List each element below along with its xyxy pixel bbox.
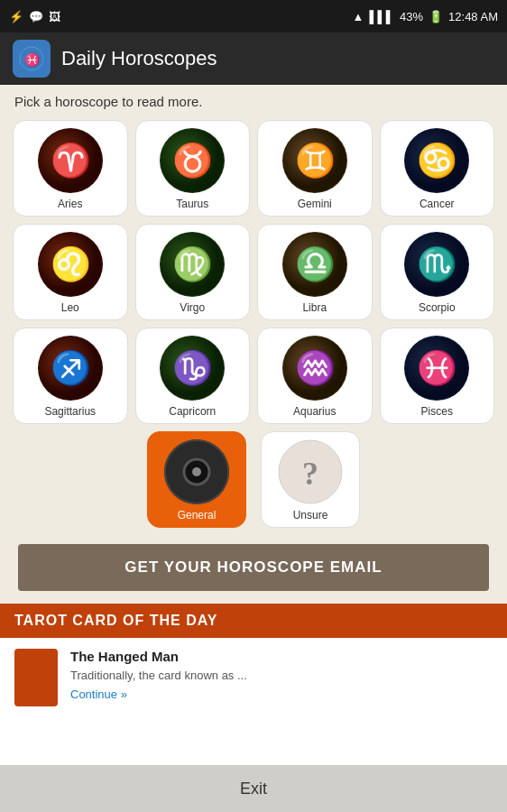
sagittarius-circle: ♐ (38, 336, 103, 401)
scorpio-label: Scorpio (419, 301, 456, 314)
sign-virgo[interactable]: ♍ Virgo (135, 224, 251, 320)
tarot-thumbnail[interactable] (14, 649, 58, 706)
sign-taurus[interactable]: ♉ Taurus (135, 120, 251, 217)
svg-text:♓: ♓ (417, 348, 457, 387)
subtitle: Pick a horoscope to read more. (0, 85, 507, 116)
svg-text:♈: ♈ (50, 141, 90, 180)
status-icons: ⚡ 💬 🖼 (9, 10, 60, 23)
svg-text:♑: ♑ (172, 348, 213, 387)
libra-circle: ♎ (282, 232, 347, 297)
exit-bar: Exit (0, 765, 507, 812)
whatsapp-icon: 💬 (29, 10, 43, 23)
horoscope-email-button[interactable]: GET YOUR HOROSCOPE EMAIL (18, 544, 489, 591)
sagittarius-label: Sagittarius (44, 405, 96, 418)
unsure-label: Unsure (293, 509, 328, 521)
sign-capricorn[interactable]: ♑ Capricorn (135, 328, 251, 424)
virgo-label: Virgo (180, 301, 205, 314)
tarot-card: The Hanged Man Traditionally, the card k… (0, 638, 507, 765)
status-bar: ⚡ 💬 🖼 ▲ ▌▌▌ 43% 🔋 12:48 AM (0, 0, 507, 32)
aquarius-circle: ♒ (282, 336, 347, 401)
sign-gemini[interactable]: ♊ Gemini (257, 120, 373, 217)
tarot-description: Traditionally, the card known as ... (70, 668, 493, 684)
taurus-circle: ♉ (160, 128, 225, 193)
svg-text:♉: ♉ (172, 141, 213, 180)
svg-text:♓: ♓ (24, 52, 41, 68)
cancer-label: Cancer (419, 198, 455, 210)
sign-aquarius[interactable]: ♒ Aquarius (257, 328, 373, 424)
tarot-text: The Hanged Man Traditionally, the card k… (70, 649, 493, 701)
signal-icon: ▌▌▌ (369, 10, 394, 23)
capricorn-circle: ♑ (160, 336, 225, 401)
battery-icon: 🔋 (429, 10, 443, 23)
status-right: ▲ ▌▌▌ 43% 🔋 12:48 AM (353, 10, 498, 23)
general-circle (164, 439, 229, 504)
app-icon: ♓ (13, 40, 51, 78)
aquarius-label: Aquarius (293, 405, 336, 418)
scorpio-circle: ♏ (404, 232, 469, 297)
signs-grid: ♈ Aries ♉ Taurus ♊ (0, 116, 507, 431)
leo-label: Leo (61, 301, 79, 314)
taurus-label: Taurus (176, 198, 208, 210)
wifi-icon: ▲ (353, 10, 364, 23)
sign-leo[interactable]: ♌ Leo (13, 224, 128, 320)
aries-label: Aries (58, 198, 82, 210)
usb-icon: ⚡ (9, 10, 23, 23)
sign-scorpio[interactable]: ♏ Scorpio (380, 224, 495, 320)
sign-pisces[interactable]: ♓ Pisces (380, 328, 495, 424)
sign-sagittarius[interactable]: ♐ Sagittarius (13, 328, 128, 424)
svg-text:♐: ♐ (50, 348, 90, 387)
svg-point-28 (192, 467, 201, 476)
pisces-circle: ♓ (404, 336, 469, 401)
svg-text:♋: ♋ (417, 141, 457, 180)
app-title: Daily Horoscopes (61, 47, 217, 70)
main-content: Pick a horoscope to read more. ♈ Aries ♉ (0, 85, 507, 765)
tarot-title: The Hanged Man (70, 649, 493, 664)
cancer-circle: ♋ (404, 128, 469, 193)
pisces-label: Pisces (421, 405, 453, 418)
svg-text:♌: ♌ (50, 245, 90, 283)
svg-text:?: ? (302, 456, 318, 492)
battery-percentage: 43% (400, 10, 423, 23)
aries-circle: ♈ (38, 128, 103, 193)
sign-libra[interactable]: ♎ Libra (257, 224, 373, 320)
tarot-continue-link[interactable]: Continue » (70, 687, 493, 701)
svg-text:♏: ♏ (417, 245, 457, 283)
sign-aries[interactable]: ♈ Aries (13, 120, 128, 217)
unsure-circle: ? (278, 439, 343, 504)
svg-text:♍: ♍ (172, 245, 213, 283)
email-btn-container: GET YOUR HOROSCOPE EMAIL (0, 539, 507, 604)
tarot-header: TAROT CARD OF THE DAY (0, 604, 507, 638)
svg-text:♎: ♎ (294, 245, 335, 283)
gemini-circle: ♊ (282, 128, 347, 193)
sign-unsure[interactable]: ? Unsure (261, 431, 360, 528)
libra-label: Libra (302, 301, 327, 314)
sign-cancer[interactable]: ♋ Cancer (380, 120, 495, 217)
clock: 12:48 AM (448, 10, 498, 23)
svg-text:♊: ♊ (294, 141, 335, 180)
virgo-circle: ♍ (160, 232, 225, 297)
photo-icon: 🖼 (49, 10, 60, 23)
svg-text:♒: ♒ (294, 348, 335, 387)
leo-circle: ♌ (38, 232, 103, 297)
exit-button[interactable]: Exit (240, 780, 267, 798)
extra-signs-row: General ? Unsure (0, 431, 507, 539)
capricorn-label: Capricorn (169, 405, 216, 418)
gemini-label: Gemini (298, 198, 332, 210)
sign-general[interactable]: General (147, 431, 246, 528)
general-label: General (178, 509, 217, 521)
app-bar: ♓ Daily Horoscopes (0, 32, 507, 85)
